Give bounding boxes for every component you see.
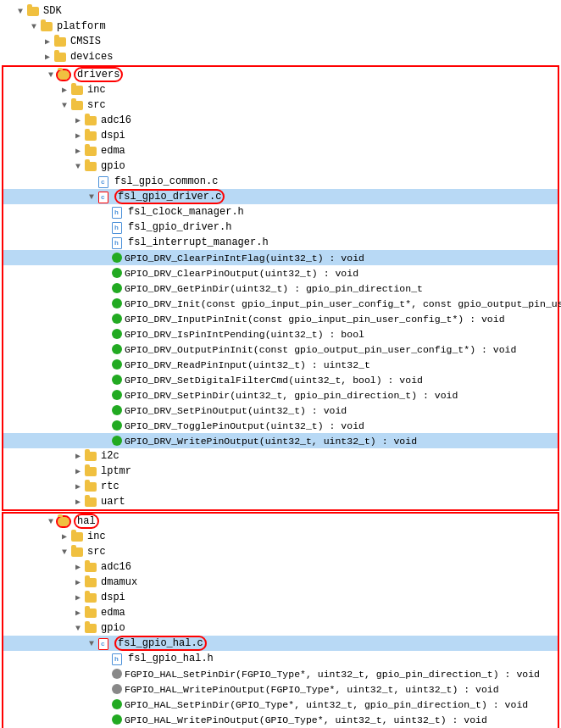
func10-node[interactable]: ▶ GPIO_DRV_SetPinDir(uint32_t, gpio_pin_… [3,387,558,403]
hal-inc-node[interactable]: ▶ inc [3,529,558,544]
expand-lptmr[interactable]: ▶ [71,466,85,476]
func13-node[interactable]: ▶ GPIO_DRV_WritePinOutput(uint32_t, uint… [3,433,558,448]
hal-edma-node[interactable]: ▶ edma [3,605,558,620]
expand-fsl-driver-c[interactable]: ▼ [85,192,98,202]
func1-node[interactable]: ▶ GPIO_DRV_ClearPinIntFlag(uint32_t) : v… [3,250,558,265]
drivers-section-box: ▼ drivers ▶ inc ▼ src ▶ adc16 ▶ [2,65,559,511]
uart-label: uart [101,496,554,508]
expand-drivers-inc[interactable]: ▶ [58,85,71,95]
dspi-label: dspi [101,130,554,142]
drivers-inc-node[interactable]: ▶ inc [3,82,558,97]
func9-node[interactable]: ▶ GPIO_DRV_SetDigitalFilterCmd(uint32_t,… [3,372,558,387]
hal-dspi-folder-icon [85,592,98,603]
drivers-adc16-node[interactable]: ▶ adc16 [3,113,558,128]
platform-folder-icon [41,20,54,32]
hal-src-node[interactable]: ▼ src [3,544,558,559]
hal-inc-label: inc [87,531,554,542]
func7-node[interactable]: ▶ GPIO_DRV_OutputPinInit(const gpio_outp… [3,342,558,357]
fsl-gpio-hal-c-node[interactable]: ▼ fsl_gpio_hal.c [3,636,558,651]
platform-node[interactable]: ▼ platform [0,19,561,34]
func11-node[interactable]: ▶ GPIO_DRV_SetPinOutput(uint32_t) : void [3,403,558,418]
expand-edma[interactable]: ▶ [71,146,85,156]
func8-node[interactable]: ▶ GPIO_DRV_ReadPinInput(uint32_t) : uint… [3,357,558,372]
lptmr-node[interactable]: ▶ lptmr [3,464,558,479]
expand-uart[interactable]: ▶ [71,497,85,507]
func7-label: GPIO_DRV_OutputPinInit(const gpio_output… [125,344,554,355]
expand-adc16[interactable]: ▶ [71,115,85,125]
rtc-node[interactable]: ▶ rtc [3,479,558,494]
rtc-label: rtc [101,481,554,492]
hal-dspi-node[interactable]: ▶ dspi [3,590,558,605]
func6-node[interactable]: ▶ GPIO_DRV_IsPinIntPending(uint32_t) : b… [3,326,558,342]
expand-sdk[interactable]: ▼ [14,7,27,16]
hal-node[interactable]: ▼ hal [3,514,558,529]
hal-gpio-node[interactable]: ▼ gpio [3,620,558,636]
hal-inc-folder-icon [71,531,85,542]
hal-func2-node[interactable]: ▶ FGPIO_HAL_WritePinOutput(FGPIO_Type*, … [3,681,558,697]
fsl-interrupt-manager-node[interactable]: ▶ fsl_interrupt_manager.h [3,235,558,250]
uart-node[interactable]: ▶ uart [3,494,558,509]
expand-devices[interactable]: ▶ [41,52,54,62]
drivers-src-label: src [87,99,554,111]
cmsis-node[interactable]: ▶ CMSIS [0,34,561,49]
expand-cmsis[interactable]: ▶ [41,36,54,47]
expand-drivers-src[interactable]: ▼ [58,101,71,110]
fsl-gpio-common-label: fsl_gpio_common.c [114,175,554,187]
gpio-folder-icon [85,160,98,172]
func2-icon [112,268,122,278]
func4-node[interactable]: ▶ GPIO_DRV_Init(const gpio_input_pin_use… [3,296,558,311]
fsl-gpio-common-node[interactable]: ▶ fsl_gpio_common.c [3,174,558,189]
hal-func2-icon [112,684,122,694]
expand-hal-src[interactable]: ▼ [58,547,71,557]
fsl-clock-manager-node[interactable]: ▶ fsl_clock_manager.h [3,204,558,220]
func12-node[interactable]: ▶ GPIO_DRV_TogglePinOutput(uint32_t) : v… [3,418,558,433]
drivers-edma-node[interactable]: ▶ edma [3,143,558,158]
expand-hal-edma[interactable]: ▶ [71,608,85,618]
expand-interrupt-mgr: ▶ [98,237,112,247]
fsl-gpio-driver-h-icon [112,221,125,233]
expand-hal[interactable]: ▼ [44,517,58,526]
hal-func1-node[interactable]: ▶ FGPIO_HAL_SetPinDir(FGPIO_Type*, uint3… [3,666,558,681]
hal-func3-node[interactable]: ▶ GPIO_HAL_SetPinDir(GPIO_Type*, uint32_… [3,697,558,712]
fsl-gpio-driver-h-node[interactable]: ▶ fsl_gpio_driver.h [3,220,558,235]
hal-edma-folder-icon [85,607,98,619]
hal-adc16-node[interactable]: ▶ adc16 [3,559,558,575]
drivers-dspi-node[interactable]: ▶ dspi [3,128,558,143]
fsl-gpio-hal-c-icon [98,637,112,649]
drivers-gpio-node[interactable]: ▼ gpio [3,158,558,174]
i2c-node[interactable]: ▶ i2c [3,448,558,464]
func2-node[interactable]: ▶ GPIO_DRV_ClearPinOutput(uint32_t) : vo… [3,265,558,281]
expand-hal-dspi[interactable]: ▶ [71,592,85,603]
devices-node[interactable]: ▶ devices [0,49,561,64]
expand-hal-dmamux[interactable]: ▶ [71,577,85,587]
func8-icon [112,359,122,370]
drivers-src-node[interactable]: ▼ src [3,97,558,113]
hal-func4-node[interactable]: ▶ GPIO_HAL_WritePinOutput(GPIO_Type*, ui… [3,712,558,727]
func5-node[interactable]: ▶ GPIO_DRV_InputPinInit(const gpio_input… [3,311,558,326]
fsl-gpio-hal-h-node[interactable]: ▶ fsl_gpio_hal.h [3,651,558,666]
expand-gpio[interactable]: ▼ [71,162,85,171]
func3-node[interactable]: ▶ GPIO_DRV_GetPinDir(uint32_t) : gpio_pi… [3,281,558,296]
expand-drivers[interactable]: ▼ [44,70,58,80]
expand-fsl-hal-c[interactable]: ▼ [85,639,98,648]
expand-platform[interactable]: ▼ [27,22,41,31]
expand-rtc[interactable]: ▶ [71,481,85,492]
expand-i2c[interactable]: ▶ [71,451,85,461]
devices-folder-icon [54,51,68,63]
hal-func4-label: GPIO_HAL_WritePinOutput(GPIO_Type*, uint… [125,714,554,725]
func5-label: GPIO_DRV_InputPinInit(const gpio_input_p… [125,314,554,325]
gpio-label: gpio [101,160,554,172]
fsl-gpio-driver-c-node[interactable]: ▼ fsl_gpio_driver.c [3,189,558,204]
expand-hal-inc[interactable]: ▶ [58,531,71,542]
drivers-node[interactable]: ▼ drivers [3,67,558,82]
func13-icon [112,436,122,446]
func5-icon [112,314,122,324]
expand-hal-gpio[interactable]: ▼ [71,624,85,633]
func4-label: GPIO_DRV_Init(const gpio_input_pin_user_… [125,298,561,309]
sdk-root-node[interactable]: ▼ SDK [0,3,561,19]
hal-dmamux-node[interactable]: ▶ dmamux [3,575,558,590]
expand-hal-adc16[interactable]: ▶ [71,562,85,572]
tree-container: ▼ SDK ▼ platform ▶ CMSIS ▶ devices ▼ dri… [0,0,561,728]
expand-dspi[interactable]: ▶ [71,131,85,141]
lptmr-label: lptmr [101,465,554,477]
